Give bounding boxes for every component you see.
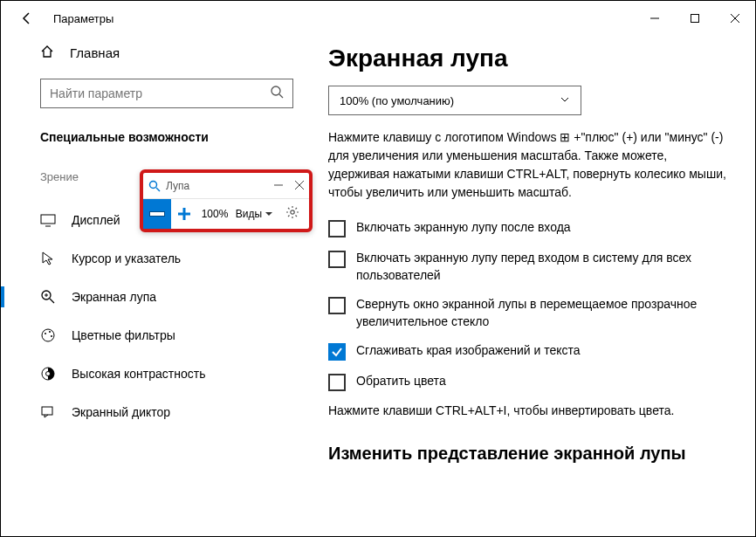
- svg-line-7: [50, 299, 54, 303]
- minus-icon: [149, 211, 165, 217]
- popup-close-button[interactable]: [295, 180, 304, 192]
- popup-toolbar: 100% Виды: [143, 199, 309, 229]
- titlebar: Параметры: [1, 1, 755, 36]
- svg-line-18: [156, 188, 160, 191]
- hint-text: Нажмите клавишу с логотипом Windows ⊞ +"…: [328, 128, 729, 202]
- page-heading: Экранная лупа: [328, 45, 729, 72]
- checkbox-start-after-signin[interactable]: Включать экранную лупу после входа: [328, 219, 729, 238]
- sidebar-item-magnifier[interactable]: Экранная лупа: [40, 278, 293, 316]
- checkbox-box[interactable]: [328, 374, 346, 391]
- checkbox-label: Включать экранную лупу после входа: [356, 219, 571, 237]
- palette-icon: [40, 327, 56, 343]
- display-icon: [40, 212, 56, 228]
- svg-rect-4: [41, 215, 55, 224]
- popup-minimize-button[interactable]: [274, 180, 283, 192]
- maximize-button[interactable]: [675, 1, 715, 36]
- checkbox-box[interactable]: [328, 251, 346, 268]
- svg-point-11: [45, 333, 46, 334]
- magnifier-app-icon: [148, 180, 161, 192]
- contrast-icon: [40, 366, 56, 382]
- svg-point-12: [49, 331, 51, 333]
- magnifier-icon: [40, 289, 56, 305]
- sidebar-item-label: Цветные фильтры: [72, 328, 175, 342]
- category-label: Специальные возможности: [40, 130, 293, 144]
- checkbox-smooth-edges[interactable]: Сглаживать края изображений и текста: [328, 342, 729, 361]
- svg-point-10: [42, 329, 54, 341]
- sidebar-item-label: Экранная лупа: [72, 290, 156, 304]
- svg-point-17: [150, 181, 157, 188]
- narrator-icon: [40, 404, 56, 420]
- checkbox-invert-colors[interactable]: Обратить цвета: [328, 373, 729, 391]
- checkbox-label: Включать экранную лупу перед входом в си…: [356, 250, 729, 284]
- sidebar-item-narrator[interactable]: Экранный диктор: [40, 393, 293, 431]
- search-icon: [270, 85, 284, 102]
- svg-rect-16: [42, 407, 52, 415]
- search-input[interactable]: [50, 86, 270, 100]
- svg-point-15: [46, 372, 51, 376]
- svg-point-13: [51, 335, 52, 337]
- checkbox-label: Обратить цвета: [356, 373, 446, 390]
- svg-rect-1: [691, 15, 699, 23]
- settings-button[interactable]: [279, 199, 306, 229]
- sidebar-item-label: Дисплей: [72, 213, 120, 227]
- chevron-down-icon: [560, 94, 570, 107]
- checkbox-collapse-window[interactable]: Свернуть окно экранной лупы в перемещаем…: [328, 296, 729, 330]
- popup-titlebar[interactable]: Лупа: [143, 173, 309, 199]
- sidebar-item-label: Высокая контрастность: [72, 367, 205, 381]
- sidebar-item-color-filters[interactable]: Цветные фильтры: [40, 316, 293, 355]
- checkbox-box[interactable]: [328, 343, 346, 361]
- sidebar: Главная Специальные возможности Зрение Д…: [1, 36, 311, 536]
- section-heading: Изменить представление экранной лупы: [328, 444, 729, 464]
- window-title: Параметры: [53, 12, 113, 25]
- checkbox-box[interactable]: [328, 220, 346, 238]
- zoom-default-combo[interactable]: 100% (по умолчанию): [328, 86, 581, 115]
- back-button[interactable]: [18, 10, 36, 27]
- content-pane: Экранная лупа 100% (по умолчанию) Нажмит…: [311, 36, 755, 536]
- invert-hint: Нажмите клавиши CTRL+ALT+I, чтобы инверт…: [328, 403, 729, 417]
- popup-title: Лупа: [166, 180, 189, 192]
- sidebar-item-label: Курсор и указатель: [72, 251, 181, 265]
- cursor-icon: [40, 251, 56, 266]
- close-button[interactable]: [715, 1, 755, 36]
- svg-line-3: [279, 94, 283, 98]
- checkbox-box[interactable]: [328, 297, 346, 314]
- caret-down-icon: [265, 208, 272, 220]
- gear-icon: [285, 205, 299, 223]
- svg-point-22: [291, 210, 294, 214]
- sidebar-item-label: Экранный диктор: [72, 405, 170, 419]
- checkbox-start-before-signin[interactable]: Включать экранную лупу перед входом в си…: [328, 250, 729, 284]
- sidebar-item-high-contrast[interactable]: Высокая контрастность: [40, 355, 293, 393]
- home-link[interactable]: Главная: [40, 45, 293, 61]
- combo-value: 100% (по умолчанию): [340, 94, 454, 107]
- svg-point-2: [271, 86, 280, 95]
- sidebar-item-cursor[interactable]: Курсор и указатель: [40, 239, 293, 278]
- zoom-out-button[interactable]: [143, 199, 171, 229]
- checkbox-label: Сглаживать края изображений и текста: [356, 342, 581, 360]
- zoom-level: 100%: [197, 199, 232, 229]
- views-label: Виды: [236, 208, 262, 220]
- search-box[interactable]: [40, 79, 293, 108]
- zoom-in-button[interactable]: [171, 199, 197, 229]
- magnifier-popup[interactable]: Лупа 100% Виды: [140, 169, 313, 232]
- home-icon: [40, 45, 54, 61]
- views-dropdown[interactable]: Виды: [232, 199, 276, 229]
- minimize-button[interactable]: [635, 1, 675, 36]
- home-label: Главная: [70, 45, 120, 60]
- checkbox-label: Свернуть окно экранной лупы в перемещаем…: [356, 296, 729, 330]
